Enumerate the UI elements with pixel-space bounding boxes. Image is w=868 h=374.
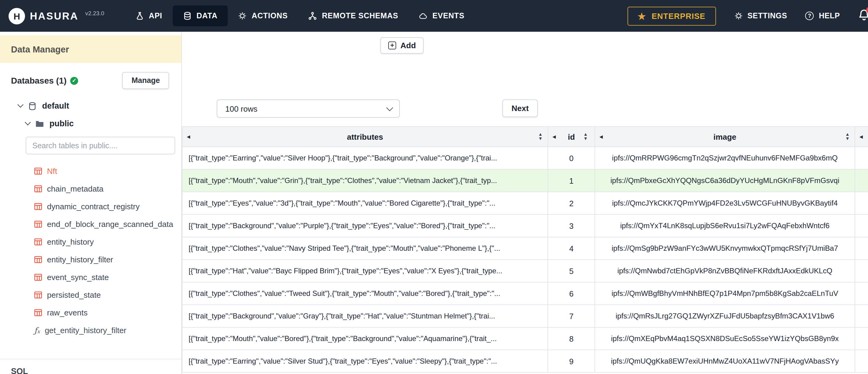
- sidebar-table-nft[interactable]: Nft: [0, 162, 181, 180]
- cell-image[interactable]: ipfs://QmcJYkCKK7QPmYWjp4FD2e3Lv5WCGFuHN…: [595, 192, 855, 214]
- table-row[interactable]: [{"trait_type":"Clothes","value":"Tweed …: [182, 282, 868, 305]
- table-row-highlighted[interactable]: [{"trait_type":"Mouth","value":"Grin"},{…: [182, 169, 868, 192]
- help-label: HELP: [819, 11, 840, 20]
- cell-id[interactable]: 3: [548, 214, 595, 237]
- table-icon: [34, 273, 42, 281]
- table-row[interactable]: [{"trait_type":"Eyes","value":"3d"},{"tr…: [182, 192, 868, 214]
- sidebar-table-persisted-state[interactable]: persisted_state: [0, 286, 181, 304]
- notifications-button[interactable]: [858, 8, 868, 23]
- sidebar-table-end-of-block-range-scanned-data[interactable]: end_of_block_range_scanned_data: [0, 215, 181, 233]
- table-icon: [34, 238, 42, 246]
- function-name: get_entity_history_filter: [45, 326, 126, 335]
- table-row[interactable]: [{"trait_type":"Background","value":"Pur…: [182, 214, 868, 237]
- cell-attributes[interactable]: [{"trait_type":"Earring","value":"Silver…: [182, 350, 548, 372]
- caret-left-icon[interactable]: ◂: [599, 133, 603, 141]
- column-header-attributes[interactable]: ◂ attributes ▲▼: [182, 127, 548, 147]
- cell-attributes[interactable]: [{"trait_type":"Hat","value":"Bayc Flipp…: [182, 259, 548, 282]
- cell-image[interactable]: ipfs://QmXEqPbvM4aq1SQSXN8DSuEcSo5SseYW1…: [595, 327, 855, 350]
- column-header-image[interactable]: ◂ image ▲▼: [595, 127, 855, 147]
- nav-events[interactable]: EVENTS: [409, 5, 475, 26]
- cell-id[interactable]: 1: [548, 169, 595, 192]
- sidebar-table-event-sync-state[interactable]: event_sync_state: [0, 269, 181, 286]
- cell-image[interactable]: ipfs://QmRRPWG96cmgTn2qSzjwr2qvfNEuhunv6…: [595, 147, 855, 169]
- cell-attributes[interactable]: [{"trait_type":"Background","value":"Gra…: [182, 305, 548, 327]
- table-icon: [34, 309, 42, 317]
- cell-id[interactable]: 0: [548, 147, 595, 169]
- cell-id[interactable]: 6: [548, 282, 595, 305]
- table-row[interactable]: [{"trait_type":"Hat","value":"Bayc Flipp…: [182, 259, 868, 282]
- folder-icon: [35, 119, 44, 128]
- table-icon: [34, 256, 42, 263]
- cell-id[interactable]: 4: [548, 237, 595, 259]
- sidebar-function-get-entity-history-filter[interactable]: ƒx get_entity_history_filter: [0, 321, 181, 339]
- rows-per-page-select[interactable]: 100 rows: [217, 99, 400, 118]
- table-search-input[interactable]: [26, 137, 175, 154]
- table-row[interactable]: [{"trait_type":"Earring","value":"Silver…: [182, 350, 868, 372]
- add-row-button[interactable]: + Add: [380, 37, 424, 54]
- cell-attributes[interactable]: [{"trait_type":"Mouth","value":"Grin"},{…: [182, 169, 548, 192]
- table-row[interactable]: [{"trait_type":"Earring","value":"Silver…: [182, 147, 868, 169]
- table-icon: [34, 202, 42, 211]
- cell-image[interactable]: ipfs://QmWBgfBhyVmHNhBfEQ7p1P4Mpn7pm5b8K…: [595, 282, 855, 305]
- caret-left-icon[interactable]: ◂: [187, 133, 190, 141]
- chevron-down-icon: [386, 104, 394, 111]
- sort-icon[interactable]: ▲▼: [845, 133, 850, 141]
- data-manager-header: Data Manager: [0, 35, 181, 63]
- tree-item-public-schema[interactable]: public: [0, 115, 181, 132]
- caret-left-icon[interactable]: ◂: [860, 133, 863, 141]
- sidebar-table-entity-history-filter[interactable]: entity_history_filter: [0, 251, 181, 269]
- cell-id[interactable]: 2: [548, 192, 595, 214]
- cell-attributes[interactable]: [{"trait_type":"Eyes","value":"3d"},{"tr…: [182, 192, 548, 214]
- nav-data[interactable]: DATA: [173, 5, 228, 26]
- chevron-down-icon[interactable]: [18, 101, 24, 108]
- caret-left-icon[interactable]: ◂: [552, 133, 556, 141]
- table-name: persisted_state: [47, 290, 101, 300]
- table-row[interactable]: [{"trait_type":"Clothes","value":"Navy S…: [182, 237, 868, 259]
- cell-attributes[interactable]: [{"trait_type":"Background","value":"Pur…: [182, 214, 548, 237]
- sort-icon[interactable]: ▲▼: [538, 133, 542, 141]
- cell-image[interactable]: ipfs://QmUQgKka8EW7exiUHnMwZ4UoXA11wV7NF…: [595, 350, 855, 372]
- cell-image[interactable]: ipfs://QmSg9bPzW9anFYc3wWU5KnvymwkxQTpmq…: [595, 237, 855, 259]
- nav-data-label: DATA: [196, 11, 218, 20]
- cell-attributes[interactable]: [{"trait_type":"Clothes","value":"Navy S…: [182, 237, 548, 259]
- hasura-brand[interactable]: H HASURA v2.23.0: [8, 8, 104, 24]
- cell-attributes[interactable]: [{"trait_type":"Earring","value":"Silver…: [182, 147, 548, 169]
- cell-image[interactable]: ipfs://QmYxT4LnK8sqLupjbS6eRvu1si7Ly2wFQ…: [595, 214, 855, 237]
- hasura-logo-icon: H: [8, 8, 25, 24]
- table-icon: [34, 291, 42, 299]
- settings-button[interactable]: SETTINGS: [734, 11, 787, 20]
- column-header-partial[interactable]: ◂: [855, 127, 868, 147]
- chevron-down-icon[interactable]: [25, 119, 31, 125]
- nav-remote-schemas[interactable]: REMOTE SCHEMAS: [298, 5, 409, 26]
- cell-image[interactable]: ipfs://QmPbxeGcXhYQQNgsC6a36dDyYUcHgMLnG…: [595, 169, 855, 192]
- tree-item-default-db[interactable]: default: [0, 97, 181, 115]
- cell-id[interactable]: 7: [548, 305, 595, 327]
- nav-api[interactable]: API: [125, 5, 173, 26]
- help-button[interactable]: ? HELP: [805, 11, 840, 20]
- sidebar-table-chain-metadata[interactable]: chain_metadata: [0, 180, 181, 198]
- brand-name: HASURA: [30, 10, 79, 22]
- sort-icon[interactable]: ▲▼: [583, 133, 588, 141]
- sidebar-table-entity-history[interactable]: entity_history: [0, 233, 181, 251]
- cell-image[interactable]: ipfs://QmNwbd7ctEhGpVkP8nZvBBQfiNeFKRdxf…: [595, 259, 855, 282]
- sidebar-table-raw-events[interactable]: raw_events: [0, 304, 181, 321]
- column-header-id[interactable]: ◂ id ▲▼: [548, 127, 595, 147]
- manage-button[interactable]: Manage: [122, 72, 169, 89]
- schema-name: public: [50, 119, 74, 128]
- cell-attributes[interactable]: [{"trait_type":"Mouth","value":"Bored"},…: [182, 327, 548, 350]
- cell-id[interactable]: 8: [548, 327, 595, 350]
- table-row[interactable]: [{"trait_type":"Background","value":"Gra…: [182, 305, 868, 327]
- enterprise-button[interactable]: ★ ENTERPRISE: [627, 6, 716, 25]
- table-row[interactable]: [{"trait_type":"Mouth","value":"Bored"},…: [182, 327, 868, 350]
- cell-attributes[interactable]: [{"trait_type":"Clothes","value":"Tweed …: [182, 282, 548, 305]
- sidebar-table-dynamic-contract-registry[interactable]: dynamic_contract_registry: [0, 198, 181, 215]
- share-network-icon: [309, 11, 317, 20]
- next-page-button[interactable]: Next: [502, 99, 538, 117]
- cell-id[interactable]: 9: [548, 350, 595, 372]
- flask-icon: [135, 11, 144, 20]
- cell-image[interactable]: ipfs://QmRsJLrg27GQ1ZWyrXZFuJFdU5bapfzsy…: [595, 305, 855, 327]
- hasura-console: H HASURA v2.23.0 API DATA ACTIONS REMOTE…: [0, 0, 868, 374]
- settings-label: SETTINGS: [747, 11, 787, 20]
- cell-id[interactable]: 5: [548, 259, 595, 282]
- nav-actions[interactable]: ACTIONS: [228, 5, 298, 26]
